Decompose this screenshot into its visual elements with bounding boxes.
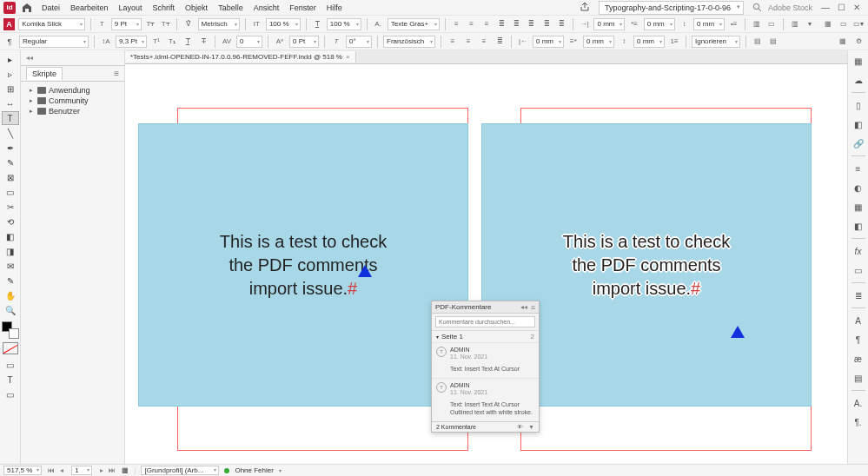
subscript-icon[interactable]: T₁ <box>166 36 178 48</box>
comment-marker-right[interactable] <box>731 326 745 338</box>
cc-libraries-icon[interactable]: ☁ <box>851 73 865 87</box>
menu-bearbeiten[interactable]: Bearbeiten <box>70 3 109 12</box>
align-center-icon[interactable]: ≡ <box>466 18 477 30</box>
last-page-icon[interactable]: ⏭ <box>108 466 116 474</box>
scissors-tool[interactable]: ✂ <box>2 200 19 214</box>
home-icon[interactable] <box>21 2 33 14</box>
search-icon[interactable] <box>752 3 763 13</box>
font-size-combo[interactable]: 9 Pt <box>111 18 142 30</box>
menu-hilfe[interactable]: Hilfe <box>327 3 342 12</box>
paragraph-panel-shortcut-icon[interactable]: ¶ <box>851 333 865 347</box>
preflight-dropdown-icon[interactable]: ▾ <box>279 467 282 473</box>
note-tool[interactable]: ✉ <box>2 259 19 273</box>
align-top-icon[interactable]: ≡ <box>447 36 459 48</box>
underline-icon[interactable]: T̲ <box>182 36 194 48</box>
page-number-combo[interactable]: 1 <box>71 466 92 475</box>
document-tab[interactable]: *Tests+.idml-OPENED-IN-17.0.0.96-REMOVED… <box>125 51 356 63</box>
zoom-level-combo[interactable]: 517,5 % <box>3 466 42 475</box>
canvas[interactable]: This is a test to check the PDF comments… <box>125 64 847 464</box>
justify-all-icon[interactable]: ≣ <box>556 18 567 30</box>
pdf-panel-menu-icon[interactable]: ≡ <box>531 303 535 312</box>
menu-datei[interactable]: Datei <box>42 3 60 12</box>
line-tool[interactable]: ╲ <box>2 126 19 140</box>
prev-page-icon[interactable]: ◂ <box>57 466 66 474</box>
screen-mode-normal-icon[interactable]: ▭ <box>2 387 19 401</box>
menu-fenster[interactable]: Fenster <box>289 3 316 12</box>
properties-panel-icon[interactable]: ▦ <box>851 54 865 68</box>
eye-icon[interactable]: 👁 <box>517 424 523 430</box>
pen-tool[interactable]: ✒ <box>2 141 19 155</box>
view-options-icon[interactable]: ▭▾ <box>852 18 865 30</box>
rectangle-frame-tool[interactable]: ⊠ <box>2 170 19 184</box>
columns-icon[interactable]: ▥ <box>789 18 800 30</box>
align-bottom-icon[interactable]: ≡ <box>478 36 490 48</box>
baseline-combo[interactable]: 0 Pt <box>289 36 319 48</box>
layers-panel-icon[interactable]: ◧ <box>851 117 865 131</box>
pdf-comments-search-input[interactable] <box>435 316 535 327</box>
charstyle-combo[interactable]: Texte Gras+ <box>388 18 440 30</box>
justify-last-center-icon[interactable]: ≣ <box>526 18 537 30</box>
pdf-comment-1[interactable]: T ADMIN 11. Nov. 2021 Text: Insert Text … <box>432 342 539 378</box>
paragraph-panel-icon[interactable]: ¶ <box>3 36 16 48</box>
numbered-list-icon[interactable]: 1≡ <box>668 36 680 48</box>
bridge-icon[interactable]: ▦ <box>823 18 834 30</box>
ignore-combo[interactable]: Ignorieren <box>692 36 740 48</box>
direct-selection-tool[interactable]: ▹ <box>2 67 19 81</box>
smallcaps-icon[interactable]: Tᴛ <box>160 18 171 30</box>
indent-left-combo[interactable]: 0 mm <box>593 18 625 30</box>
free-transform-tool[interactable]: ⟲ <box>2 215 19 228</box>
pdf-panel-dropdown-icon[interactable]: ◂◂ <box>520 303 527 311</box>
border-icon[interactable]: ▭ <box>766 18 778 30</box>
pdf-comment-2[interactable]: T ADMIN 11. Nov. 2021 Text: Insert Text … <box>432 378 539 421</box>
align-vcenter-icon[interactable]: ≡ <box>462 36 474 48</box>
gap-tool[interactable]: ↔ <box>2 96 19 110</box>
menu-ansicht[interactable]: Ansicht <box>254 3 280 12</box>
open-bridge-icon[interactable]: ▦ <box>122 466 129 474</box>
comment-marker-left[interactable] <box>358 265 372 277</box>
gradient-swatch-tool[interactable]: ◧ <box>2 229 19 243</box>
gradient-panel-icon[interactable]: ◧ <box>851 219 865 233</box>
glyphs-panel-icon[interactable]: æ <box>851 352 865 366</box>
arrange-icon[interactable]: ▦ <box>837 36 849 48</box>
script-node-community[interactable]: ▸Community <box>24 96 121 106</box>
links-panel-icon[interactable]: 🔗 <box>851 136 865 150</box>
adobe-stock-link[interactable]: Adobe Stock <box>768 3 812 12</box>
panel-collapse-icon[interactable]: ◂◂ <box>26 54 33 62</box>
workspace-switcher[interactable]: Typography-and-Scripting-17-0-0-96 <box>599 1 744 15</box>
gradient-feather-tool[interactable]: ◨ <box>2 244 19 258</box>
tt-icon[interactable]: Tᴛ <box>145 18 156 30</box>
char-styles-panel-icon[interactable]: A. <box>851 396 865 410</box>
panel-menu-icon[interactable]: ≡ <box>114 69 119 78</box>
baseline-grid-icon[interactable]: ▤ <box>752 36 764 48</box>
text-frame-right[interactable]: This is a test to check the PDF comments… <box>563 230 730 301</box>
page-tool[interactable]: ⊞ <box>2 82 19 96</box>
pencil-tool[interactable]: ✎ <box>2 155 19 169</box>
justify-icon[interactable]: ≣ <box>496 18 507 30</box>
bullets-icon[interactable]: •≡ <box>728 18 739 30</box>
font-style-combo[interactable]: Regular <box>19 36 89 48</box>
align-left-icon[interactable]: ≡ <box>451 18 462 30</box>
indent-right-combo[interactable]: 0 mm <box>533 36 564 48</box>
font-family-combo[interactable]: Komika Slick <box>18 18 84 30</box>
strikethrough-icon[interactable]: T̶ <box>197 36 209 48</box>
next-page-icon[interactable]: ▸ <box>97 466 106 474</box>
stroke-panel-icon[interactable]: ≡ <box>851 162 865 175</box>
justify-vert-icon[interactable]: ≣ <box>494 36 506 48</box>
window-minimize[interactable]: — <box>818 3 833 12</box>
close-tab-icon[interactable]: × <box>346 53 350 61</box>
vscale-combo[interactable]: 100 % <box>266 18 301 30</box>
para-styles-panel-icon[interactable]: ¶. <box>851 415 865 429</box>
language-combo[interactable]: Französisch <box>383 36 435 48</box>
preflight-profile-combo[interactable]: [Grundprofil] (Arb... <box>141 466 219 475</box>
window-maximize[interactable]: ☐ <box>833 3 849 12</box>
script-node-benutzer[interactable]: ▸Benutzer <box>24 106 121 116</box>
first-page-icon[interactable]: ⏮ <box>47 466 56 474</box>
space-before-combo[interactable]: 0 mm <box>693 18 725 30</box>
menu-layout[interactable]: Layout <box>119 3 142 12</box>
text-wrap-icon[interactable]: ≣ <box>851 288 865 302</box>
first-line-indent-combo[interactable]: 0 mm <box>644 18 675 30</box>
align-right-icon[interactable]: ≡ <box>480 18 492 30</box>
type-tool[interactable]: T <box>2 111 19 125</box>
scripts-tab[interactable]: Skripte <box>26 67 63 80</box>
story-panel-icon[interactable]: ▤ <box>851 371 865 385</box>
